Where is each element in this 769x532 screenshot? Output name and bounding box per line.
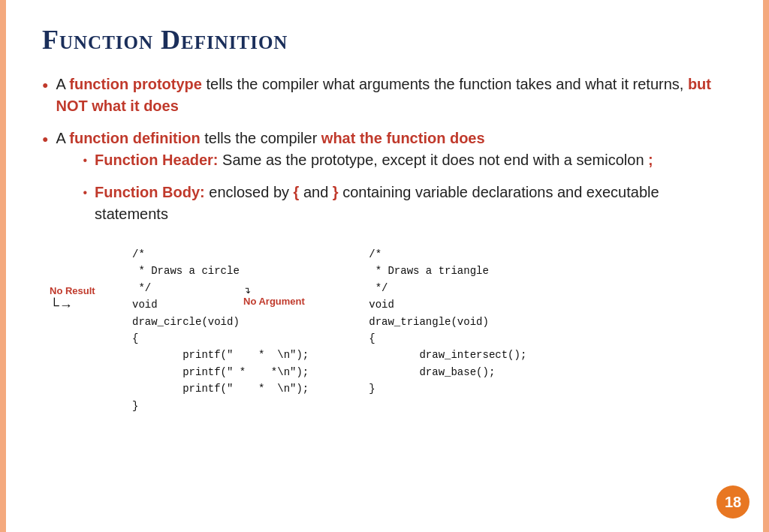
code-left-pre: /* * Draws a circle */ void draw_circle(…	[132, 246, 309, 414]
no-result-annotation: No Result └→	[50, 285, 95, 314]
highlight-semicolon: ;	[648, 152, 653, 168]
diamond-bullet-2: •	[83, 184, 87, 201]
code-right-pre: /* * Draws a triangle */ void draw_trian…	[369, 246, 526, 398]
bullet-2-text: A function definition tells the compiler…	[56, 128, 727, 149]
bullet-item-1: ● A function prototype tells the compile…	[42, 74, 727, 117]
diamond-bullet-1: •	[83, 152, 87, 169]
code-left: ↴ No Argument /* * Draws a circle */ voi…	[132, 246, 309, 414]
code-area: No Result └→ ↴ No Argument /* * Draws a …	[50, 246, 727, 414]
highlight-what-does: what the function does	[321, 130, 485, 146]
slide: Function Definition ● A function prototy…	[0, 0, 769, 532]
code-right: /* * Draws a triangle */ void draw_trian…	[369, 246, 526, 414]
slide-title: Function Definition	[42, 24, 727, 56]
highlight-brace-open: {	[294, 184, 300, 200]
main-bullet-list: ● A function prototype tells the compile…	[42, 74, 727, 236]
no-arg-annotation: ↴ No Argument	[243, 285, 305, 307]
code-section-wrapper: No Result └→ ↴ No Argument /* * Draws a …	[42, 246, 727, 414]
bullet-1-text: A function prototype tells the compiler …	[56, 74, 727, 117]
highlight-function-body: Function Body:	[95, 184, 205, 200]
no-arg-label: No Argument	[243, 296, 305, 307]
sub-bullet-2-text: Function Body: enclosed by { and } conta…	[95, 182, 727, 225]
circle-bullet-1: ●	[42, 77, 48, 92]
highlight-function-prototype: function prototype	[69, 76, 202, 92]
bullet-item-2: ● A function definition tells the compil…	[42, 128, 727, 236]
highlight-function-definition: function definition	[69, 130, 200, 146]
sub-bullet-item-2: • Function Body: enclosed by { and } con…	[83, 182, 727, 225]
page-number: 18	[716, 485, 749, 518]
highlight-brace-close: }	[333, 184, 339, 200]
sub-bullet-1-text: Function Header: Same as the prototype, …	[95, 149, 653, 171]
highlight-function-header: Function Header:	[95, 152, 218, 168]
no-result-arrow-icon: └→	[50, 298, 73, 314]
circle-bullet-2: ●	[42, 131, 48, 146]
no-result-label: No Result	[50, 285, 95, 296]
sub-bullet-list: • Function Header: Same as the prototype…	[83, 149, 727, 225]
no-arg-arrow-down: ↴	[243, 285, 251, 296]
bullet-2-content: A function definition tells the compiler…	[56, 128, 727, 236]
sub-bullet-item-1: • Function Header: Same as the prototype…	[83, 149, 727, 171]
